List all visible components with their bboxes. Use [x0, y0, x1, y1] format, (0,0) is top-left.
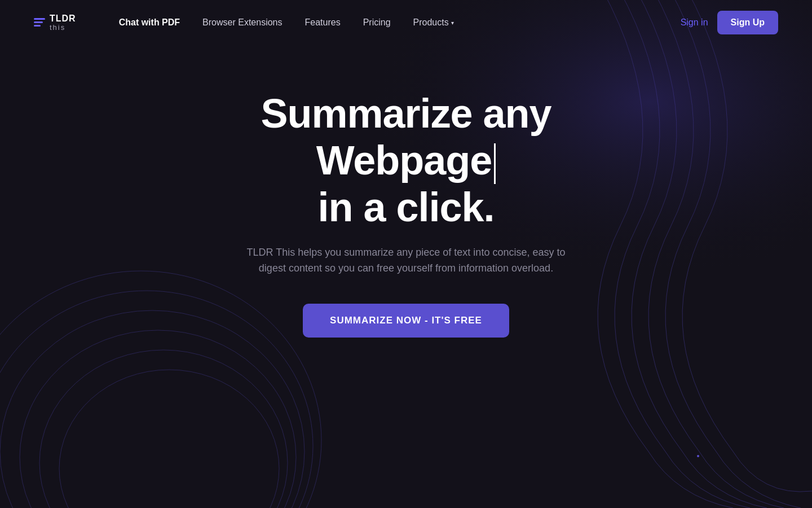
logo-tldr: TLDR [50, 14, 76, 24]
nav-features[interactable]: Features [295, 13, 349, 32]
signup-button[interactable]: Sign Up [717, 11, 778, 34]
svg-point-3 [20, 330, 296, 508]
signin-link[interactable]: Sign in [681, 17, 708, 28]
nav-chat-with-pdf[interactable]: Chat with PDF [110, 13, 189, 32]
hero-title-line2: in a click. [317, 185, 494, 230]
navbar: TLDR this Chat with PDF Browser Extensio… [0, 0, 812, 45]
svg-point-4 [39, 350, 288, 508]
logo-text: TLDR this [50, 14, 76, 32]
cursor-blink [494, 143, 496, 184]
nav-auth: Sign in Sign Up [681, 11, 778, 34]
hero-title-line1: Summarize any Webpage [261, 91, 551, 183]
nav-links: Chat with PDF Browser Extensions Feature… [110, 13, 681, 32]
svg-point-2 [0, 310, 304, 508]
logo-link[interactable]: TLDR this [34, 14, 76, 32]
chevron-down-icon: ▾ [451, 20, 454, 26]
nav-products[interactable]: Products ▾ [404, 13, 463, 32]
svg-point-5 [59, 370, 279, 508]
logo-icon [34, 18, 45, 27]
hero-title: Summarize any Webpage in a click. [195, 90, 617, 231]
hero-section: Summarize any Webpage in a click. TLDR T… [0, 45, 812, 338]
decorative-dot [697, 455, 699, 457]
hero-subtitle: TLDR This helps you summarize any piece … [237, 244, 575, 277]
cta-summarize-button[interactable]: SUMMARIZE NOW - IT'S FREE [303, 304, 509, 338]
nav-pricing[interactable]: Pricing [354, 13, 400, 32]
nav-browser-extensions[interactable]: Browser Extensions [193, 13, 291, 32]
logo-this: this [50, 24, 76, 32]
